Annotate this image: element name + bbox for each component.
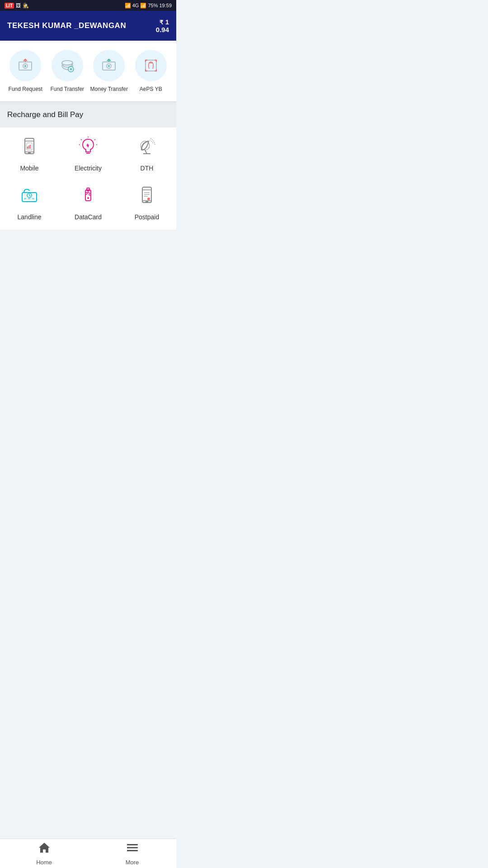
postpaid-label: Postpaid — [135, 213, 159, 221]
svg-point-4 — [62, 61, 73, 65]
dth-button[interactable]: DTH — [117, 137, 176, 172]
mobile-icon — [19, 137, 39, 159]
bottom-spacer — [0, 230, 176, 266]
svg-rect-18 — [27, 146, 28, 149]
aeps-icon-circle — [135, 50, 167, 81]
svg-rect-36 — [28, 198, 30, 199]
status-right: 📶 4G 📶 75% 19:59 — [125, 3, 172, 9]
balance: ₹ 10.94 — [156, 18, 169, 33]
fund-request-label: Fund Request — [9, 86, 42, 92]
electricity-label: Electricity — [75, 165, 102, 172]
quick-actions: Fund Request Fund Transfer Mone — [0, 41, 176, 101]
money-transfer-button[interactable]: Money Transfer — [88, 50, 130, 92]
svg-rect-45 — [142, 187, 151, 203]
fund-transfer-button[interactable]: Fund Transfer — [47, 50, 89, 92]
app-icon: LIT — [5, 3, 14, 9]
dth-icon — [137, 137, 157, 159]
status-bar: LIT 🖼 🕵 📶 4G 📶 75% 19:59 — [0, 0, 176, 11]
fund-request-icon-circle — [9, 50, 41, 81]
fund-request-button[interactable]: Fund Request — [5, 50, 47, 92]
aeps-label: AePS YB — [140, 86, 162, 92]
user-name: TEKESH KUMAR _DEWANGAN — [7, 21, 126, 30]
landline-button[interactable]: Landline — [0, 185, 59, 221]
aeps-yb-button[interactable]: AePS YB — [130, 50, 172, 92]
signal-icon: 📶 — [140, 3, 146, 9]
fund-transfer-icon — [59, 57, 75, 74]
svg-rect-37 — [32, 198, 34, 199]
landline-icon — [19, 185, 39, 208]
recharge-section-header: Recharge and Bill Pay — [0, 102, 176, 127]
svg-point-44 — [87, 197, 89, 199]
spy-icon: 🕵 — [23, 3, 29, 9]
datacard-button[interactable]: DataCard — [59, 185, 117, 221]
postpaid-icon — [137, 185, 157, 208]
time: 19:59 — [159, 3, 172, 8]
rupee-symbol: ₹ — [160, 19, 163, 26]
header: TEKESH KUMAR _DEWANGAN ₹ 10.94 — [0, 11, 176, 41]
svg-line-29 — [145, 150, 147, 154]
svg-line-24 — [81, 139, 82, 140]
sim-icon: 📶 — [125, 3, 131, 9]
dth-label: DTH — [141, 165, 154, 172]
svg-point-43 — [89, 193, 91, 195]
money-transfer-icon-circle — [93, 50, 125, 81]
mobile-label: Mobile — [20, 165, 38, 172]
bill-pay-grid: Mobile Electricity — [0, 127, 176, 230]
fund-request-icon — [17, 57, 33, 74]
electricity-icon — [78, 137, 98, 159]
svg-point-42 — [85, 193, 87, 194]
svg-rect-35 — [24, 198, 26, 199]
mobile-button[interactable]: Mobile — [0, 137, 59, 172]
money-transfer-label: Money Transfer — [90, 86, 128, 92]
svg-line-25 — [94, 139, 95, 140]
postpaid-button[interactable]: Postpaid — [117, 185, 176, 221]
svg-point-11 — [108, 65, 110, 67]
fund-transfer-label: Fund Transfer — [50, 86, 84, 92]
svg-point-28 — [139, 139, 151, 152]
datacard-label: DataCard — [75, 213, 102, 221]
svg-rect-19 — [28, 146, 29, 149]
datacard-icon — [78, 185, 98, 208]
svg-point-3 — [24, 65, 26, 67]
network-type: 4G — [132, 3, 139, 8]
aeps-icon — [143, 57, 159, 74]
battery: 75% — [148, 3, 158, 8]
fund-transfer-icon-circle — [52, 50, 83, 81]
svg-line-34 — [29, 195, 30, 196]
svg-point-51 — [147, 198, 150, 200]
status-left: LIT 🖼 🕵 — [5, 3, 29, 9]
money-transfer-icon — [101, 57, 117, 74]
landline-label: Landline — [18, 213, 42, 221]
notification-icon: 🖼 — [16, 3, 21, 8]
svg-rect-20 — [30, 145, 31, 149]
electricity-button[interactable]: Electricity — [59, 137, 117, 172]
